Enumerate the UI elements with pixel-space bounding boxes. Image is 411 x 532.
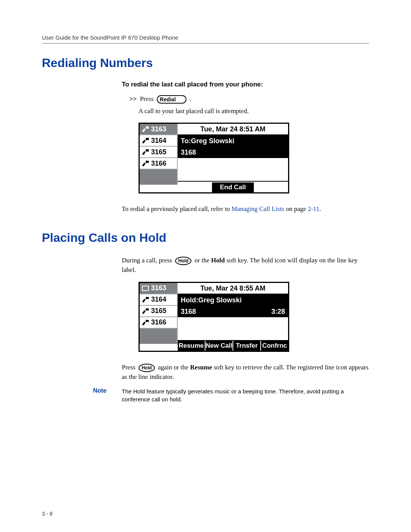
press-label: Press bbox=[140, 95, 154, 102]
line-key: 3166 bbox=[151, 160, 166, 168]
phone-icon bbox=[142, 320, 149, 325]
phone-screen-hold: 3163 3164 3165 3166 Tue, Mar 24 8:55 AM … bbox=[139, 282, 289, 352]
screen-held-number: 3168 bbox=[181, 307, 196, 316]
redial-key-icon: Redial bbox=[157, 95, 186, 104]
redial-result: A call to your last placed call is attem… bbox=[139, 107, 369, 115]
redial-reference: To redial a previously placed call, refe… bbox=[122, 204, 369, 214]
phone-icon bbox=[142, 297, 149, 302]
screen-hold-line: Hold:Greg Slowski bbox=[181, 296, 242, 305]
period: . bbox=[190, 95, 191, 102]
screen-to-line: To:Greg Slowski bbox=[181, 136, 234, 145]
screen-call-duration: 3:28 bbox=[271, 307, 285, 316]
hold-icon bbox=[142, 286, 149, 291]
line-key: 3165 bbox=[151, 148, 166, 156]
phone-icon bbox=[142, 138, 149, 143]
phone-icon bbox=[142, 161, 149, 166]
step-marker: >> bbox=[129, 95, 137, 102]
softkey-new-call: New Call bbox=[206, 341, 233, 351]
hold-key-icon: Hold bbox=[175, 257, 191, 265]
page-reference[interactable]: 2-11 bbox=[308, 205, 320, 212]
hold-key-icon: Hold bbox=[139, 364, 155, 372]
line-key: 3164 bbox=[151, 296, 166, 304]
link-managing-call-lists[interactable]: Managing Call Lists bbox=[231, 205, 284, 212]
phone-icon bbox=[142, 149, 149, 155]
hold-para-1: During a call, press Hold or the Hold so… bbox=[122, 256, 369, 275]
arrow-icon bbox=[142, 126, 149, 132]
line-key: 3166 bbox=[151, 318, 166, 326]
procedure-heading: To redial the last call placed from your… bbox=[122, 81, 369, 88]
hold-para-2: Press Hold again or the Resume soft key … bbox=[122, 363, 369, 382]
line-key: 3163 bbox=[151, 125, 166, 133]
note-label: Note bbox=[42, 387, 122, 404]
line-key: 3163 bbox=[151, 284, 166, 292]
screen-datetime: Tue, Mar 24 8:55 AM bbox=[178, 283, 288, 294]
softkey-end-call: End Call bbox=[211, 182, 255, 192]
section-hold: Placing Calls on Hold bbox=[42, 231, 369, 245]
softkey-resume: Resume bbox=[178, 341, 206, 351]
page-number: 3 - 8 bbox=[42, 511, 53, 517]
note-text: The Hold feature typically generates mus… bbox=[122, 387, 369, 404]
line-key: 3164 bbox=[151, 137, 166, 145]
softkey-transfer: Trnsfer bbox=[233, 341, 261, 351]
softkey-conference: Confrnc bbox=[261, 341, 288, 351]
screen-datetime: Tue, Mar 24 8:51 AM bbox=[178, 124, 288, 135]
line-key: 3165 bbox=[151, 307, 166, 315]
phone-screen-redial: 3163 3164 3165 3166 Tue, Mar 24 8:51 AM … bbox=[139, 123, 289, 193]
section-redialing: Redialing Numbers bbox=[42, 56, 369, 70]
page-header: User Guide for the SoundPoint IP 670 Des… bbox=[42, 34, 369, 44]
screen-dialed-number: 3168 bbox=[181, 148, 196, 157]
phone-icon bbox=[142, 308, 149, 314]
